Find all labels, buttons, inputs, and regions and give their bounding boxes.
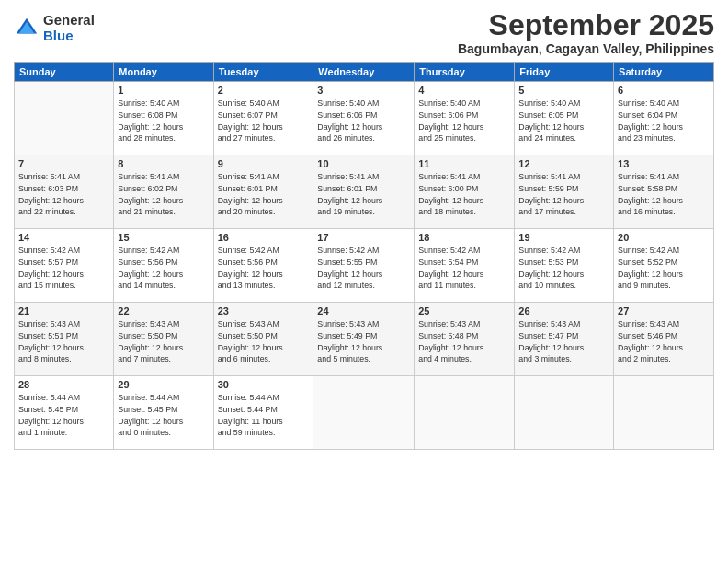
day-number: 7 [18, 158, 109, 169]
weekday-header-monday: Monday [114, 63, 213, 82]
day-number: 25 [418, 305, 510, 316]
day-info: Sunrise: 5:40 AM Sunset: 6:05 PM Dayligh… [518, 98, 609, 144]
location-title: Bagumbayan, Cagayan Valley, Philippines [458, 41, 714, 56]
logo-text: General Blue [43, 13, 95, 43]
calendar-cell: 20Sunrise: 5:42 AM Sunset: 5:52 PM Dayli… [614, 229, 714, 303]
calendar-cell: 10Sunrise: 5:41 AM Sunset: 6:01 PM Dayli… [313, 155, 415, 229]
weekday-header-friday: Friday [515, 63, 614, 82]
weekday-header-sunday: Sunday [15, 63, 114, 82]
weekday-header-thursday: Thursday [415, 63, 515, 82]
calendar-cell: 17Sunrise: 5:42 AM Sunset: 5:55 PM Dayli… [313, 229, 415, 303]
day-info: Sunrise: 5:43 AM Sunset: 5:50 PM Dayligh… [218, 318, 310, 365]
day-number: 15 [118, 232, 209, 243]
day-number: 5 [518, 85, 609, 96]
calendar-cell: 15Sunrise: 5:42 AM Sunset: 5:56 PM Dayli… [114, 229, 213, 303]
day-info: Sunrise: 5:44 AM Sunset: 5:45 PM Dayligh… [118, 392, 209, 439]
month-title: September 2025 [458, 9, 714, 41]
calendar-week-4: 21Sunrise: 5:43 AM Sunset: 5:51 PM Dayli… [15, 303, 714, 376]
day-info: Sunrise: 5:41 AM Sunset: 5:59 PM Dayligh… [518, 171, 609, 218]
day-number: 2 [218, 85, 310, 96]
day-number: 18 [418, 232, 510, 243]
day-info: Sunrise: 5:42 AM Sunset: 5:57 PM Dayligh… [18, 245, 109, 292]
day-info: Sunrise: 5:41 AM Sunset: 6:01 PM Dayligh… [218, 171, 310, 218]
day-number: 19 [518, 232, 609, 243]
day-number: 29 [118, 379, 209, 390]
day-info: Sunrise: 5:40 AM Sunset: 6:06 PM Dayligh… [317, 98, 410, 144]
day-number: 10 [317, 158, 410, 169]
calendar-week-3: 14Sunrise: 5:42 AM Sunset: 5:57 PM Dayli… [15, 229, 714, 303]
calendar-cell: 26Sunrise: 5:43 AM Sunset: 5:47 PM Dayli… [515, 303, 614, 376]
calendar-cell: 22Sunrise: 5:43 AM Sunset: 5:50 PM Dayli… [114, 303, 213, 376]
day-info: Sunrise: 5:43 AM Sunset: 5:47 PM Dayligh… [518, 318, 609, 365]
day-info: Sunrise: 5:40 AM Sunset: 6:08 PM Dayligh… [118, 98, 209, 144]
header: General Blue September 2025 Bagumbayan, … [14, 9, 714, 56]
calendar-week-2: 7Sunrise: 5:41 AM Sunset: 6:03 PM Daylig… [15, 155, 714, 229]
calendar-cell [614, 376, 714, 450]
calendar-cell: 29Sunrise: 5:44 AM Sunset: 5:45 PM Dayli… [114, 376, 213, 450]
calendar-cell [15, 82, 114, 155]
calendar-cell: 9Sunrise: 5:41 AM Sunset: 6:01 PM Daylig… [213, 155, 313, 229]
day-number: 13 [618, 158, 710, 169]
calendar-cell: 11Sunrise: 5:41 AM Sunset: 6:00 PM Dayli… [415, 155, 515, 229]
day-number: 14 [18, 232, 109, 243]
calendar-week-1: 1Sunrise: 5:40 AM Sunset: 6:08 PM Daylig… [15, 82, 714, 155]
day-number: 23 [218, 305, 310, 316]
day-info: Sunrise: 5:41 AM Sunset: 5:58 PM Dayligh… [618, 171, 710, 218]
day-info: Sunrise: 5:43 AM Sunset: 5:48 PM Dayligh… [418, 318, 510, 365]
weekday-header-wednesday: Wednesday [313, 63, 415, 82]
day-info: Sunrise: 5:42 AM Sunset: 5:54 PM Dayligh… [418, 245, 510, 292]
weekday-header-saturday: Saturday [614, 63, 714, 82]
calendar-week-5: 28Sunrise: 5:44 AM Sunset: 5:45 PM Dayli… [15, 376, 714, 450]
calendar-cell: 21Sunrise: 5:43 AM Sunset: 5:51 PM Dayli… [15, 303, 114, 376]
day-number: 20 [618, 232, 710, 243]
calendar-cell: 2Sunrise: 5:40 AM Sunset: 6:07 PM Daylig… [213, 82, 313, 155]
day-info: Sunrise: 5:41 AM Sunset: 6:00 PM Dayligh… [418, 171, 510, 218]
day-number: 12 [518, 158, 609, 169]
day-number: 28 [18, 379, 109, 390]
calendar-cell: 19Sunrise: 5:42 AM Sunset: 5:53 PM Dayli… [515, 229, 614, 303]
calendar-cell: 13Sunrise: 5:41 AM Sunset: 5:58 PM Dayli… [614, 155, 714, 229]
calendar-cell: 18Sunrise: 5:42 AM Sunset: 5:54 PM Dayli… [415, 229, 515, 303]
day-number: 4 [418, 85, 510, 96]
calendar-cell: 4Sunrise: 5:40 AM Sunset: 6:06 PM Daylig… [415, 82, 515, 155]
day-number: 22 [118, 305, 209, 316]
day-info: Sunrise: 5:42 AM Sunset: 5:53 PM Dayligh… [518, 245, 609, 292]
calendar-cell: 24Sunrise: 5:43 AM Sunset: 5:49 PM Dayli… [313, 303, 415, 376]
day-info: Sunrise: 5:41 AM Sunset: 6:02 PM Dayligh… [118, 171, 209, 218]
day-info: Sunrise: 5:40 AM Sunset: 6:06 PM Dayligh… [418, 98, 510, 144]
day-number: 27 [618, 305, 710, 316]
calendar-cell: 6Sunrise: 5:40 AM Sunset: 6:04 PM Daylig… [614, 82, 714, 155]
day-info: Sunrise: 5:40 AM Sunset: 6:07 PM Dayligh… [218, 98, 310, 144]
calendar-table: SundayMondayTuesdayWednesdayThursdayFrid… [14, 62, 714, 450]
calendar-cell: 7Sunrise: 5:41 AM Sunset: 6:03 PM Daylig… [15, 155, 114, 229]
calendar-cell: 3Sunrise: 5:40 AM Sunset: 6:06 PM Daylig… [313, 82, 415, 155]
page: General Blue September 2025 Bagumbayan, … [0, 0, 728, 563]
weekday-header-row: SundayMondayTuesdayWednesdayThursdayFrid… [15, 63, 714, 82]
title-area: September 2025 Bagumbayan, Cagayan Valle… [458, 9, 714, 56]
day-number: 3 [317, 85, 410, 96]
calendar-cell: 23Sunrise: 5:43 AM Sunset: 5:50 PM Dayli… [213, 303, 313, 376]
weekday-header-tuesday: Tuesday [213, 63, 313, 82]
day-number: 8 [118, 158, 209, 169]
day-number: 1 [118, 85, 209, 96]
calendar-cell [515, 376, 614, 450]
calendar-cell: 25Sunrise: 5:43 AM Sunset: 5:48 PM Dayli… [415, 303, 515, 376]
day-number: 6 [618, 85, 710, 96]
day-info: Sunrise: 5:43 AM Sunset: 5:49 PM Dayligh… [317, 318, 410, 365]
calendar-cell: 27Sunrise: 5:43 AM Sunset: 5:46 PM Dayli… [614, 303, 714, 376]
day-number: 11 [418, 158, 510, 169]
calendar-cell: 28Sunrise: 5:44 AM Sunset: 5:45 PM Dayli… [15, 376, 114, 450]
day-number: 24 [317, 305, 410, 316]
calendar-cell: 14Sunrise: 5:42 AM Sunset: 5:57 PM Dayli… [15, 229, 114, 303]
day-number: 9 [218, 158, 310, 169]
calendar-cell: 8Sunrise: 5:41 AM Sunset: 6:02 PM Daylig… [114, 155, 213, 229]
calendar-cell [313, 376, 415, 450]
day-number: 21 [18, 305, 109, 316]
day-info: Sunrise: 5:42 AM Sunset: 5:56 PM Dayligh… [218, 245, 310, 292]
calendar-cell: 16Sunrise: 5:42 AM Sunset: 5:56 PM Dayli… [213, 229, 313, 303]
calendar-cell: 12Sunrise: 5:41 AM Sunset: 5:59 PM Dayli… [515, 155, 614, 229]
day-info: Sunrise: 5:44 AM Sunset: 5:44 PM Dayligh… [218, 392, 310, 439]
day-number: 26 [518, 305, 609, 316]
day-info: Sunrise: 5:42 AM Sunset: 5:52 PM Dayligh… [618, 245, 710, 292]
logo: General Blue [14, 13, 95, 43]
